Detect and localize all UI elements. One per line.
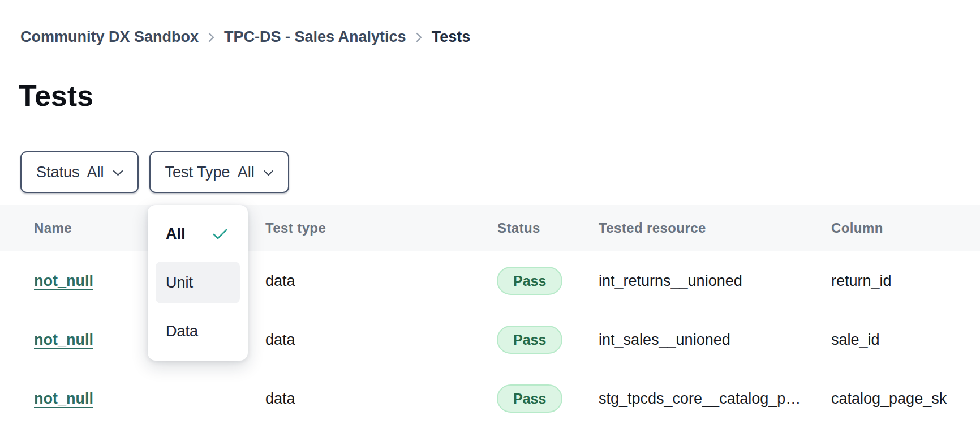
dropdown-option-label: All <box>166 225 186 243</box>
status-badge: Pass <box>497 326 562 354</box>
status-filter-value: All <box>87 164 104 181</box>
test-type-filter-value: All <box>238 164 255 181</box>
column-header-status: Status <box>497 205 540 251</box>
test-name-link[interactable]: not_null <box>34 331 93 349</box>
test-type-filter-button[interactable]: Test Type All <box>149 151 289 193</box>
test-name-cell: not_null <box>34 310 93 369</box>
test-name-cell: not_null <box>34 369 93 428</box>
test-type-filter-label: Test Type <box>165 164 230 181</box>
chevron-right-icon <box>208 32 214 42</box>
status-badge: Pass <box>497 384 562 413</box>
dropdown-option-label: Data <box>166 323 198 340</box>
chevron-down-icon <box>113 170 123 176</box>
column-cell: sale_id <box>831 310 880 369</box>
test-type-cell: data <box>265 369 295 428</box>
test-type-cell: data <box>265 310 295 369</box>
tested-resource-cell: stg_tpcds_core__catalog_p… <box>599 369 801 428</box>
check-icon <box>213 228 227 239</box>
dropdown-option-unit[interactable]: Unit <box>156 262 240 303</box>
table-header-row: Name Test type Status Tested resource Co… <box>0 205 980 252</box>
status-cell: Pass <box>497 251 562 310</box>
dropdown-option-label: Unit <box>166 274 193 292</box>
status-badge: Pass <box>497 267 562 295</box>
status-cell: Pass <box>497 310 562 369</box>
page-title: Tests <box>19 79 93 113</box>
table-row: not_null data Pass stg_tpcds_core__catal… <box>0 369 980 428</box>
tested-resource-cell: int_sales__unioned <box>599 310 730 369</box>
column-header-name: Name <box>34 205 72 251</box>
column-cell: return_id <box>831 251 892 310</box>
test-name-link[interactable]: not_null <box>34 390 93 408</box>
table-row: not_null data Pass int_returns__unioned … <box>0 251 980 311</box>
test-name-link[interactable]: not_null <box>34 272 93 290</box>
breadcrumb-item-workspace[interactable]: Community DX Sandbox <box>20 28 199 46</box>
column-header-column: Column <box>831 205 883 251</box>
dropdown-option-all[interactable]: All <box>156 213 240 255</box>
test-name-cell: not_null <box>34 251 93 310</box>
column-cell: catalog_page_sk <box>831 369 947 428</box>
column-header-test-type: Test type <box>265 205 326 251</box>
chevron-right-icon <box>416 32 422 42</box>
filter-bar: Status All Test Type All <box>20 151 289 193</box>
status-filter-label: Status <box>36 164 80 181</box>
breadcrumb: Community DX Sandbox TPC-DS - Sales Anal… <box>20 28 470 46</box>
status-filter-button[interactable]: Status All <box>20 151 139 193</box>
tested-resource-cell: int_returns__unioned <box>599 251 742 310</box>
test-type-dropdown-menu: All Unit Data <box>148 205 248 361</box>
dropdown-option-data[interactable]: Data <box>156 310 240 352</box>
breadcrumb-item-tests: Tests <box>432 28 471 46</box>
test-type-cell: data <box>265 251 295 310</box>
status-cell: Pass <box>497 369 562 428</box>
table-row: not_null data Pass int_sales__unioned sa… <box>0 310 980 370</box>
breadcrumb-item-project[interactable]: TPC-DS - Sales Analytics <box>224 28 406 46</box>
column-header-tested-resource: Tested resource <box>599 205 706 251</box>
chevron-down-icon <box>264 170 273 176</box>
